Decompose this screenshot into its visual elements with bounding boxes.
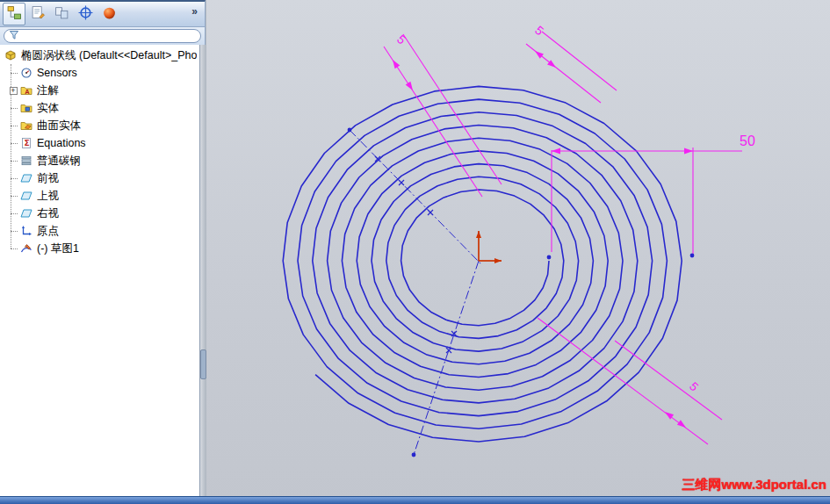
tree-item-front-plane[interactable]: 前视 — [0, 169, 199, 187]
tree-item-solid-bodies[interactable]: 实体 — [0, 99, 199, 117]
tree-item-label: 曲面实体 — [37, 119, 81, 133]
svg-text:A: A — [25, 88, 30, 96]
plane-icon — [19, 207, 33, 220]
tree-item-origin[interactable]: 原点 — [0, 222, 199, 240]
tree-item-label: Equations — [37, 137, 86, 149]
tree-item-material[interactable]: 普通碳钢 — [0, 152, 199, 169]
tree-item-sketch1[interactable]: (-) 草图1 — [0, 240, 199, 257]
displaymanager-icon — [102, 5, 117, 23]
filter-bar — [0, 27, 206, 45]
tree-item-label: (-) 草图1 — [37, 241, 79, 256]
annotations-folder-icon: A — [19, 84, 33, 97]
part-icon — [4, 49, 18, 61]
featuremanager-tree-icon — [7, 5, 22, 23]
tab-dimxpertmanager[interactable] — [74, 3, 97, 25]
tree-item-surface-bodies[interactable]: 曲面实体 — [0, 117, 199, 134]
surface-bodies-folder-icon — [19, 119, 33, 132]
solid-bodies-folder-icon — [19, 102, 33, 114]
tree-item-sensors[interactable]: Sensors — [0, 64, 199, 82]
dimxpertmanager-icon — [78, 5, 93, 23]
tree-item-equations[interactable]: Σ Equations — [0, 134, 199, 152]
panel-tabs-toolbar: » — [0, 0, 206, 27]
sensors-icon — [19, 67, 33, 79]
tree-item-label: 普通碳钢 — [37, 154, 81, 169]
tree-item-label: 椭圆涡状线 (Default<<Default>_Pho — [21, 48, 197, 63]
tree-item-label: 前视 — [37, 171, 59, 186]
tree-item-annotations[interactable]: + A 注解 — [0, 82, 199, 99]
tree-item-right-plane[interactable]: 右视 — [0, 205, 199, 222]
tree-item-label: Sensors — [37, 67, 77, 79]
tree-item-label: 原点 — [37, 224, 59, 239]
filter-input[interactable] — [4, 29, 201, 43]
origin-icon — [19, 225, 33, 237]
panel-divider[interactable] — [200, 0, 206, 496]
material-icon — [19, 155, 33, 167]
tab-displaymanager[interactable] — [97, 3, 120, 25]
featuremanager-design-tree: 椭圆涡状线 (Default<<Default>_Pho Sensors + A… — [0, 45, 200, 496]
configurationmanager-icon — [54, 5, 69, 23]
status-bar — [0, 496, 830, 504]
sketch-icon — [19, 242, 33, 255]
watermark: 三维网www.3dportal.cn — [682, 477, 826, 493]
tree-item-label: 注解 — [37, 83, 59, 98]
tree-item-label: 实体 — [37, 101, 59, 116]
tree-item-label: 上视 — [37, 189, 59, 204]
equations-icon: Σ — [19, 137, 33, 149]
tree-item-part[interactable]: 椭圆涡状线 (Default<<Default>_Pho — [0, 47, 199, 64]
plane-icon — [19, 190, 33, 202]
filter-funnel-icon — [9, 28, 19, 44]
expand-plus-box[interactable]: + — [10, 87, 18, 95]
tab-configurationmanager[interactable] — [50, 3, 73, 25]
tree-item-label: 右视 — [37, 206, 59, 221]
toolbar-overflow-chevron[interactable]: » — [191, 4, 201, 18]
tree-item-top-plane[interactable]: 上视 — [0, 187, 199, 205]
panel-collapse-handle[interactable] — [200, 349, 206, 379]
tab-propertymanager[interactable] — [26, 3, 49, 25]
svg-text:Σ: Σ — [25, 139, 30, 148]
tab-featuremanager[interactable] — [3, 3, 25, 25]
propertymanager-icon — [31, 5, 46, 23]
plane-icon — [19, 172, 33, 184]
